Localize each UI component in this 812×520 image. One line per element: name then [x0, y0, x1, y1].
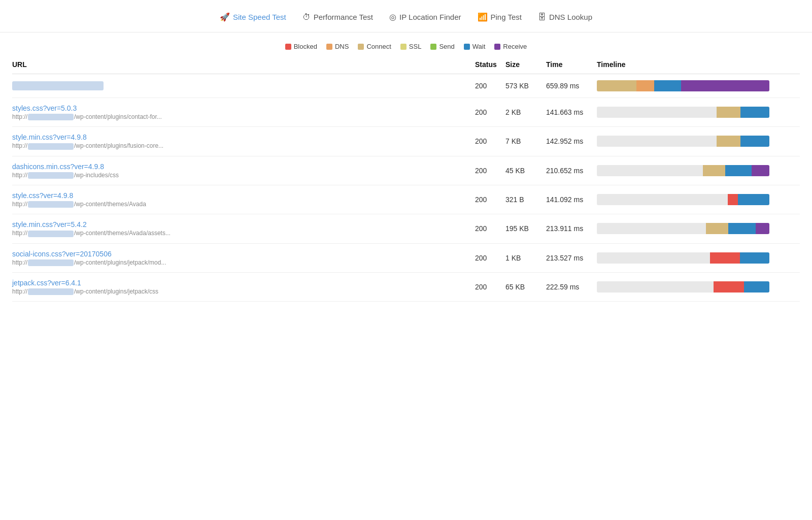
- col-header-status: Status: [475, 55, 505, 74]
- table-row: jetpack.css?ver=6.4.1http:///wp-content/…: [12, 272, 800, 301]
- bar-segment: [740, 252, 769, 264]
- url-sub: http:///wp-content/themes/Avada: [12, 201, 471, 208]
- nav-item-performance[interactable]: ⏱ Performance Test: [302, 13, 373, 22]
- timeline-cell: [597, 127, 800, 156]
- bar-segment: [597, 165, 703, 176]
- size-cell: 195 KB: [505, 214, 546, 243]
- blurred-domain: [28, 288, 74, 295]
- status-cell: 200: [475, 272, 505, 301]
- table-row: social-icons.css?ver=20170506http:///wp-…: [12, 243, 800, 272]
- url-cell: [12, 74, 475, 98]
- status-cell: 200: [475, 127, 505, 156]
- bar-segment: [597, 252, 710, 264]
- legend: BlockedDNSConnectSSLSendWaitReceive: [0, 32, 812, 55]
- timeline-wrapper: [597, 223, 780, 234]
- legend-item-receive: Receive: [494, 43, 527, 50]
- table-row: styles.css?ver=5.0.3http:///wp-content/p…: [12, 98, 800, 127]
- legend-dot: [430, 44, 436, 50]
- url-cell: dashicons.min.css?ver=4.9.8http:///wp-in…: [12, 156, 475, 185]
- col-header-url: URL: [12, 55, 475, 74]
- size-cell: 7 KB: [505, 127, 546, 156]
- bar-segment: [740, 107, 769, 118]
- timeline-cell: [597, 74, 800, 98]
- status-cell: 200: [475, 243, 505, 272]
- status-cell: 200: [475, 214, 505, 243]
- bar-segment: [597, 281, 714, 292]
- bar-segment: [717, 107, 740, 118]
- timeline-cell: [597, 98, 800, 127]
- url-cell: social-icons.css?ver=20170506http:///wp-…: [12, 243, 475, 272]
- nav-item-dns[interactable]: 🗄 DNS Lookup: [538, 13, 592, 22]
- bar-segment: [710, 252, 739, 264]
- col-header-time: Time: [546, 55, 597, 74]
- timeline-cell: [597, 156, 800, 185]
- size-cell: 573 KB: [505, 74, 546, 98]
- url-link[interactable]: dashicons.min.css?ver=4.9.8: [12, 162, 104, 171]
- timeline-cell: [597, 272, 800, 301]
- status-cell: 200: [475, 98, 505, 127]
- blurred-domain: [28, 143, 74, 150]
- time-cell: 210.652 ms: [546, 156, 597, 185]
- bar-segment: [597, 107, 717, 118]
- legend-dot: [326, 44, 332, 50]
- legend-item-blocked: Blocked: [285, 43, 317, 50]
- bar-segment: [738, 194, 769, 205]
- col-header-size: Size: [505, 55, 546, 74]
- url-sub: http:///wp-includes/css: [12, 172, 471, 179]
- time-cell: 213.911 ms: [546, 214, 597, 243]
- bar-segment: [597, 194, 728, 205]
- time-cell: 141.092 ms: [546, 185, 597, 214]
- url-sub: http:///wp-content/themes/Avada/assets..…: [12, 230, 471, 237]
- url-link[interactable]: style.min.css?ver=4.9.8: [12, 133, 87, 141]
- results-table: URL Status Size Time Timeline 200573 KB6…: [12, 55, 800, 302]
- timeline-wrapper: [597, 165, 780, 176]
- bar-segment: [717, 136, 740, 147]
- time-cell: 142.952 ms: [546, 127, 597, 156]
- url-link[interactable]: jetpack.css?ver=6.4.1: [12, 279, 81, 287]
- url-blurred: [12, 81, 104, 90]
- bar-segment: [597, 136, 717, 147]
- url-sub: http:///wp-content/plugins/jetpack/mod..…: [12, 259, 471, 266]
- table-row: style.css?ver=4.9.8http:///wp-content/th…: [12, 185, 800, 214]
- bar-segment: [636, 80, 654, 91]
- nav-item-site-speed[interactable]: 🚀 Site Speed Test: [220, 12, 286, 22]
- url-sub: http:///wp-content/plugins/fusion-core..…: [12, 142, 471, 149]
- timeline-bar: [597, 165, 769, 176]
- legend-label: Blocked: [294, 43, 317, 50]
- legend-label: Wait: [472, 43, 486, 50]
- bar-segment: [740, 136, 769, 147]
- time-cell: 141.663 ms: [546, 98, 597, 127]
- bar-segment: [756, 223, 769, 234]
- time-cell: 659.89 ms: [546, 74, 597, 98]
- table-row: 200573 KB659.89 ms: [12, 74, 800, 98]
- table-row: dashicons.min.css?ver=4.9.8http:///wp-in…: [12, 156, 800, 185]
- timeline-cell: [597, 214, 800, 243]
- url-link[interactable]: social-icons.css?ver=20170506: [12, 250, 112, 258]
- timeline-cell: [597, 243, 800, 272]
- timeline-wrapper: [597, 80, 780, 91]
- rocket-icon: 🚀: [220, 12, 230, 22]
- url-sub: http:///wp-content/plugins/contact-for..…: [12, 113, 471, 120]
- ping-icon: 📶: [478, 12, 488, 22]
- size-cell: 2 KB: [505, 98, 546, 127]
- url-cell: style.min.css?ver=5.4.2http:///wp-conten…: [12, 214, 475, 243]
- blurred-domain: [28, 259, 74, 266]
- table-row: style.min.css?ver=5.4.2http:///wp-conten…: [12, 214, 800, 243]
- size-cell: 1 KB: [505, 243, 546, 272]
- legend-item-ssl: SSL: [400, 43, 422, 50]
- nav-item-ip-location[interactable]: ◎ IP Location Finder: [389, 12, 461, 22]
- nav-item-ping[interactable]: 📶 Ping Test: [478, 12, 522, 22]
- legend-label: Receive: [503, 43, 527, 50]
- bar-segment: [706, 223, 729, 234]
- bar-segment: [714, 281, 744, 292]
- status-cell: 200: [475, 74, 505, 98]
- table-row: style.min.css?ver=4.9.8http:///wp-conten…: [12, 127, 800, 156]
- status-cell: 200: [475, 156, 505, 185]
- bar-segment: [654, 80, 681, 91]
- url-link[interactable]: style.css?ver=4.9.8: [12, 191, 73, 200]
- size-cell: 65 KB: [505, 272, 546, 301]
- url-link[interactable]: styles.css?ver=5.0.3: [12, 104, 77, 112]
- url-link[interactable]: style.min.css?ver=5.4.2: [12, 220, 87, 229]
- legend-dot: [285, 44, 291, 50]
- url-sub: http:///wp-content/plugins/jetpack/css: [12, 288, 471, 295]
